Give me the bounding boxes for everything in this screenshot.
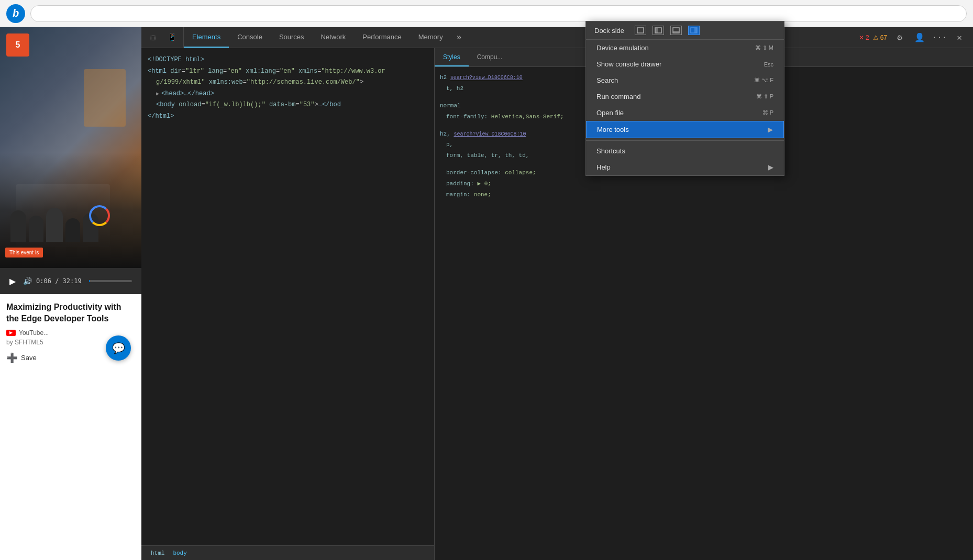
video-controls: ▶ 🔊 0:06 / 32:19: [0, 268, 141, 294]
warn-count: 67: [880, 34, 887, 41]
more-options-icon[interactable]: ···: [932, 30, 947, 45]
submenu-device-emulation[interactable]: Device emulation ⌘ ⇧ M: [586, 40, 784, 56]
warn-icon: ⚠: [873, 34, 879, 41]
main-area: 5 This event is ▶ 🔊: [0, 27, 973, 560]
submenu-shortcuts[interactable]: Shortcuts: [586, 143, 784, 159]
submenu-open-file[interactable]: Open file ⌘ P: [586, 105, 784, 121]
html5-logo: 5: [6, 33, 29, 57]
css-prop-7: margin: none;: [440, 189, 968, 200]
submenu-help[interactable]: Help ▶: [586, 159, 784, 175]
tab-styles[interactable]: Styles: [435, 48, 469, 66]
more-tools-submenu: Dock side Device em: [585, 27, 784, 176]
progress-bar[interactable]: [89, 280, 132, 282]
html-line-1: <!DOCTYPE html>: [148, 54, 428, 66]
svg-rect-0: [637, 28, 644, 33]
help-arrow: ▶: [768, 163, 773, 171]
tab-sources[interactable]: Sources: [271, 27, 313, 48]
error-count: 2: [866, 34, 869, 41]
progress-fill: [89, 280, 90, 282]
video-title: Maximizing Productivity with the Edge De…: [6, 301, 135, 325]
dock-icon-left[interactable]: [653, 27, 664, 35]
submenu-run-command[interactable]: Run command ⌘ ⇧ P: [586, 88, 784, 105]
submenu-show-console-drawer[interactable]: Show console drawer Esc: [586, 56, 784, 72]
devtools-toolbar: ⬚ 📱 Elements Console Sources Network Per…: [141, 27, 973, 48]
volume-icon: 🔊: [23, 277, 32, 285]
time-display: 0:06 / 32:19: [36, 277, 82, 285]
error-badge: ✕ 2 ⚠ 67: [859, 34, 887, 41]
tab-computed[interactable]: Compu...: [469, 48, 511, 66]
dock-icon-bottom[interactable]: [670, 27, 682, 35]
tab-more-button[interactable]: »: [451, 27, 467, 48]
devtools-body: <!DOCTYPE html> <html dir="ltr" lang="en…: [141, 48, 973, 560]
page-content: 5 This event is ▶ 🔊: [0, 27, 141, 560]
breadcrumb-body[interactable]: body: [170, 549, 190, 557]
video-thumbnail: 5 This event is: [0, 27, 141, 268]
orange-banner: This event is: [5, 248, 43, 257]
browser-bar: b: [0, 0, 973, 27]
tab-memory[interactable]: Memory: [410, 27, 451, 48]
html-line-2: <html dir="ltr" lang="en" xml:lang="en" …: [148, 66, 428, 77]
dock-icon-right[interactable]: [688, 27, 700, 35]
close-devtools-button[interactable]: ✕: [952, 30, 967, 45]
tab-elements[interactable]: Elements: [184, 27, 229, 48]
html-line-5: <body onload="if(_w.lb)lb();" data-bm="5…: [148, 99, 428, 111]
play-button[interactable]: ▶: [6, 275, 19, 287]
error-icon: ✕: [859, 34, 864, 41]
device-icon[interactable]: 📱: [165, 31, 178, 44]
dock-side-label: Dock side: [594, 27, 624, 35]
chat-fab[interactable]: 💬: [106, 335, 131, 361]
settings-icon[interactable]: ⚙: [892, 30, 907, 45]
breadcrumb-html[interactable]: html: [148, 549, 168, 557]
toolbar-icons: ⬚ 📱: [141, 27, 184, 48]
save-icon: ➕: [6, 352, 18, 364]
svg-rect-4: [673, 31, 679, 33]
submenu-more-tools[interactable]: More tools ▶: [586, 121, 784, 138]
more-tools-arrow: ▶: [768, 126, 773, 133]
dock-icon-undock[interactable]: [635, 27, 646, 35]
bing-logo: b: [6, 4, 25, 23]
url-bar[interactable]: [30, 5, 967, 22]
tab-performance[interactable]: Performance: [354, 27, 410, 48]
save-button[interactable]: ➕ Save: [6, 352, 37, 364]
dock-side-row: Dock side: [586, 27, 784, 40]
tab-console[interactable]: Console: [229, 27, 271, 48]
devtools-panel: ⬚ 📱 Elements Console Sources Network Per…: [141, 27, 973, 560]
submenu-search[interactable]: Search ⌘ ⌥ F: [586, 72, 784, 88]
chat-icon: 💬: [112, 342, 125, 354]
breadcrumb-bar: html body: [141, 545, 434, 560]
submenu-divider: [586, 140, 784, 141]
video-player: 5 This event is ▶ 🔊: [0, 27, 141, 294]
youtube-icon: ▶: [6, 330, 16, 336]
svg-rect-6: [694, 28, 697, 33]
svg-rect-2: [655, 28, 658, 33]
css-prop-6: padding: ▶ 0;: [440, 178, 968, 189]
tab-network[interactable]: Network: [313, 27, 355, 48]
html-code: <!DOCTYPE html> <html dir="ltr" lang="en…: [141, 48, 434, 545]
html-line-6: </html>: [148, 111, 428, 122]
cursor-icon[interactable]: ⬚: [147, 31, 159, 44]
html-line-3: g/1999/xhtml" xmlns:web="http://schemas.…: [148, 77, 428, 88]
user-icon[interactable]: 👤: [912, 30, 927, 45]
elements-panel: <!DOCTYPE html> <html dir="ltr" lang="en…: [141, 48, 435, 560]
video-info: Maximizing Productivity with the Edge De…: [0, 294, 141, 371]
toolbar-right: ✕ 2 ⚠ 67 ⚙ 👤 ··· ✕: [853, 27, 973, 48]
html-line-4: ▶<head>…</head>: [148, 88, 428, 100]
